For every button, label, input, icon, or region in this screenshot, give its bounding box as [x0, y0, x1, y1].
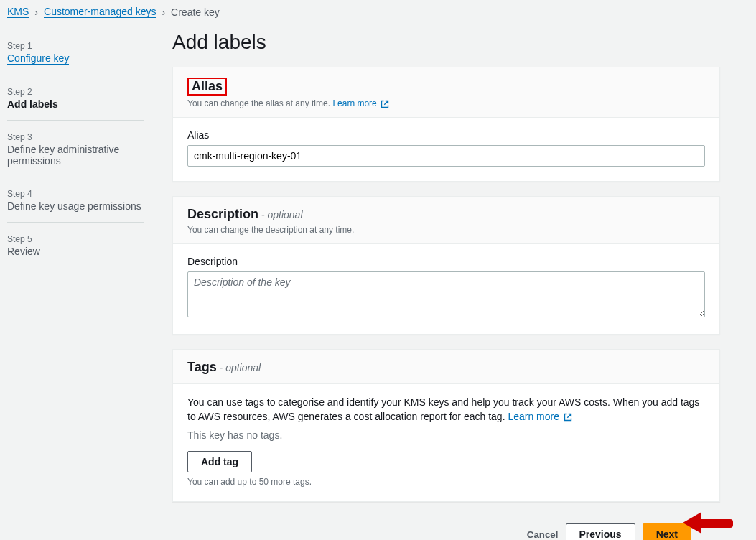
step-num: Step 1	[7, 41, 144, 51]
no-tags-text: This key has no tags.	[187, 429, 705, 441]
optional-label: - optional	[220, 362, 261, 373]
add-tag-button[interactable]: Add tag	[187, 451, 252, 472]
step-num: Step 5	[7, 234, 144, 244]
tags-panel: Tags - optional You can use tags to cate…	[172, 349, 720, 502]
tags-description: You can use tags to categorise and ident…	[187, 396, 699, 422]
breadcrumb-cmk[interactable]: Customer-managed keys	[44, 6, 156, 18]
step-3: Step 3 Define key administrative permiss…	[7, 128, 144, 177]
arrow-annotation	[683, 512, 747, 534]
page-title: Add labels	[172, 31, 720, 54]
alias-learn-more-link[interactable]: Learn more	[332, 98, 389, 108]
step-num: Step 2	[7, 87, 144, 97]
tags-learn-more-link[interactable]: Learn more	[508, 411, 571, 422]
previous-button[interactable]: Previous	[566, 523, 635, 540]
description-panel: Description - optional You can change th…	[172, 196, 720, 335]
highlight-annotation: Alias	[187, 78, 227, 96]
step-title: Define key usage permissions	[7, 200, 144, 212]
tags-hint: You can add up to 50 more tags.	[187, 477, 705, 487]
alias-subtext: You can change the alias at any time.	[187, 98, 330, 108]
breadcrumb-kms[interactable]: KMS	[7, 6, 29, 18]
breadcrumb: KMS › Customer-managed keys › Create key	[0, 0, 756, 24]
description-input[interactable]	[187, 271, 705, 317]
step-5: Step 5 Review	[7, 230, 144, 267]
external-link-icon	[381, 100, 389, 108]
cancel-button[interactable]: Cancel	[527, 529, 559, 540]
wizard-footer: Cancel Previous Next	[172, 516, 720, 540]
description-heading: Description	[187, 207, 258, 221]
step-title: Define key administrative permissions	[7, 144, 144, 167]
wizard-steps: Step 1 Configure key Step 2 Add labels S…	[7, 24, 144, 540]
description-subtext: You can change the description at any ti…	[187, 225, 705, 235]
alias-input[interactable]	[187, 145, 705, 167]
step-title[interactable]: Configure key	[7, 52, 69, 65]
step-num: Step 4	[7, 189, 144, 199]
step-title: Review	[7, 246, 144, 257]
optional-label: - optional	[261, 209, 303, 220]
alias-heading: Alias	[192, 79, 223, 93]
chevron-right-icon: ›	[162, 6, 165, 18]
tags-heading: Tags	[187, 360, 217, 374]
step-title: Add labels	[7, 98, 144, 110]
chevron-right-icon: ›	[34, 6, 38, 18]
breadcrumb-current: Create key	[171, 6, 220, 18]
step-4: Step 4 Define key usage permissions	[7, 185, 144, 223]
step-num: Step 3	[7, 132, 144, 142]
alias-panel: Alias You can change the alias at any ti…	[172, 67, 720, 182]
description-label: Description	[187, 256, 705, 267]
step-1[interactable]: Step 1 Configure key	[7, 37, 144, 75]
alias-label: Alias	[187, 129, 705, 141]
external-link-icon	[564, 413, 572, 422]
step-2: Step 2 Add labels	[7, 83, 144, 121]
